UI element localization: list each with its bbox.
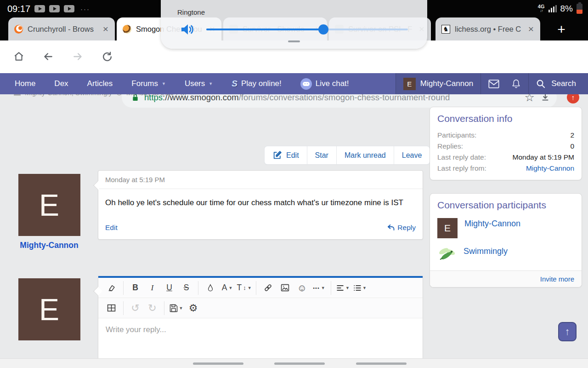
youtube-notification-icon (64, 5, 74, 12)
avatar[interactable]: E (18, 174, 80, 236)
conversation-info-title: Conversation info (437, 113, 574, 124)
insert-table-icon[interactable] (103, 300, 120, 316)
text-align-icon[interactable]: ▼ (334, 280, 351, 296)
font-size-icon[interactable]: T↕▼ (236, 280, 253, 296)
mark-unread-button[interactable]: Mark unread (336, 146, 394, 164)
drafts-icon[interactable]: ▼ (168, 300, 185, 316)
reload-icon[interactable] (98, 48, 116, 65)
participant-row: E Mighty-Cannon (437, 218, 574, 238)
redo-icon[interactable]: ↻ (144, 300, 161, 316)
youtube-notification-icon (49, 5, 60, 12)
mail-icon[interactable] (488, 80, 499, 88)
info-row-participants: Participants: 2 (437, 130, 574, 141)
home-icon[interactable] (10, 48, 28, 65)
more-options-icon[interactable]: •••▼ (311, 280, 328, 296)
participants-title: Conversation participants (437, 200, 574, 211)
nav-play-online[interactable]: SPlay online! (232, 79, 282, 89)
android-home-button[interactable] (274, 362, 325, 365)
leave-button[interactable]: Leave (394, 146, 430, 164)
youtube-notification-icon (34, 5, 45, 12)
smogon-favicon (123, 25, 131, 34)
last-reply-from-link[interactable]: Mighty-Cannon (526, 163, 574, 174)
participant-link[interactable]: Mighty-Cannon (464, 218, 520, 229)
link-icon[interactable] (260, 280, 277, 296)
editor-toolbar-row2: ↺ ↻ ▼ ⚙ (98, 298, 423, 318)
font-family-icon[interactable]: A▼ (219, 280, 236, 296)
list-icon[interactable]: ▼ (351, 280, 368, 296)
nav-alerts (481, 73, 528, 94)
strikethrough-icon[interactable]: S (178, 280, 195, 296)
conversation-info-card: Conversation info Participants: 2 Replie… (430, 107, 582, 180)
message-date: Monday at 5:19 PM (98, 171, 423, 189)
star-button[interactable]: Star (307, 146, 336, 164)
avatar[interactable]: E (437, 218, 458, 238)
message-edit-link[interactable]: Edit (105, 224, 118, 232)
new-tab-button[interactable]: + (552, 20, 571, 39)
editor-toolbar-row1: B I U S A▼ T↕▼ ☺ •••▼ ▼ (98, 278, 423, 298)
nav-account[interactable]: E Mighty-Cannon (396, 73, 481, 94)
participant-row: Swimmingly (437, 246, 574, 262)
conversation-actions: Edit Star Mark unread Leave (265, 146, 430, 164)
participant-link[interactable]: Swimmingly (464, 246, 508, 256)
chevron-down-icon: ▼ (209, 81, 213, 86)
volume-overlay: Ringtone (161, 0, 427, 49)
volume-slider[interactable] (206, 29, 408, 30)
insert-image-icon[interactable] (277, 280, 294, 296)
nav-users[interactable]: Users▼ (185, 79, 213, 88)
nav-dex[interactable]: Dex (54, 79, 68, 88)
edit-button[interactable]: Edit (265, 146, 307, 164)
battery-percent: 8% (560, 4, 573, 14)
volume-panel-expand-handle[interactable] (288, 40, 300, 42)
remove-format-icon[interactable] (103, 280, 120, 296)
volume-slider-handle[interactable] (318, 24, 328, 34)
bell-icon[interactable] (511, 79, 521, 89)
nav-forums[interactable]: Forums▼ (131, 79, 166, 88)
showdown-icon: S (232, 79, 237, 89)
text-color-icon[interactable] (202, 280, 219, 296)
italic-icon[interactable]: I (144, 280, 161, 296)
tab-title: lichess.org • Free C (455, 25, 523, 34)
tab-lichess[interactable]: ♞ lichess.org • Free C × (435, 17, 540, 40)
notification-overflow-icon: ··· (80, 5, 90, 13)
author-name[interactable]: Mighty-Cannon (6, 241, 93, 250)
undo-icon[interactable]: ↺ (127, 300, 144, 316)
android-back-button[interactable] (356, 362, 407, 365)
swimmingly-sprite-avatar[interactable] (437, 246, 457, 262)
scroll-to-top-button[interactable]: ↑ (558, 322, 577, 341)
bold-icon[interactable]: B (127, 280, 144, 296)
nav-home[interactable]: Home (15, 79, 35, 88)
tab-crunchyroll[interactable]: Crunchyroll - Brows × (8, 17, 115, 40)
android-recents-button[interactable] (193, 362, 243, 365)
forward-icon[interactable] (69, 48, 86, 65)
screen: 09:17 ··· 4G↓↑ 8% Crunchyroll - Brows × … (0, 0, 588, 368)
reply-editor: B I U S A▼ T↕▼ ☺ •••▼ ▼ (98, 276, 423, 359)
status-left: 09:17 ··· (7, 0, 90, 17)
back-icon[interactable] (40, 48, 57, 65)
close-tab-icon[interactable]: × (102, 24, 109, 34)
editor-settings-gear-icon[interactable]: ⚙ (185, 300, 202, 316)
conversation-participants-card: Conversation participants E Mighty-Canno… (430, 193, 582, 288)
nav-search[interactable]: Search (528, 73, 588, 94)
smogon-navbar: Home Dex Articles Forums▼ Users▼ SPlay o… (0, 73, 588, 94)
reply-input[interactable]: Write your reply... (98, 318, 423, 359)
lichess-favicon: ♞ (441, 25, 450, 34)
message-reply-link[interactable]: Reply (387, 224, 416, 232)
close-tab-icon[interactable]: × (527, 24, 535, 34)
info-row-replies: Replies: 0 (437, 141, 574, 152)
message-card: Monday at 5:19 PM Oh hello ye let's sche… (98, 170, 423, 240)
network-4g-icon: 4G↓↑ (538, 4, 545, 13)
clock: 09:17 (7, 4, 30, 14)
volume-slider-fill (206, 29, 323, 30)
chevron-down-icon: ▼ (162, 81, 166, 86)
nav-live-chat[interactable]: Live chat! (300, 78, 349, 90)
emoji-icon[interactable]: ☺ (294, 280, 311, 296)
speaker-icon[interactable] (180, 23, 195, 36)
search-label: Search (551, 79, 576, 88)
discord-icon (300, 78, 312, 90)
underline-icon[interactable]: U (161, 280, 178, 296)
pencil-icon (272, 150, 282, 160)
nav-articles[interactable]: Articles (87, 79, 113, 88)
avatar[interactable]: E (18, 278, 80, 340)
invite-more-link[interactable]: Invite more (430, 270, 582, 287)
signal-icon (548, 5, 557, 12)
